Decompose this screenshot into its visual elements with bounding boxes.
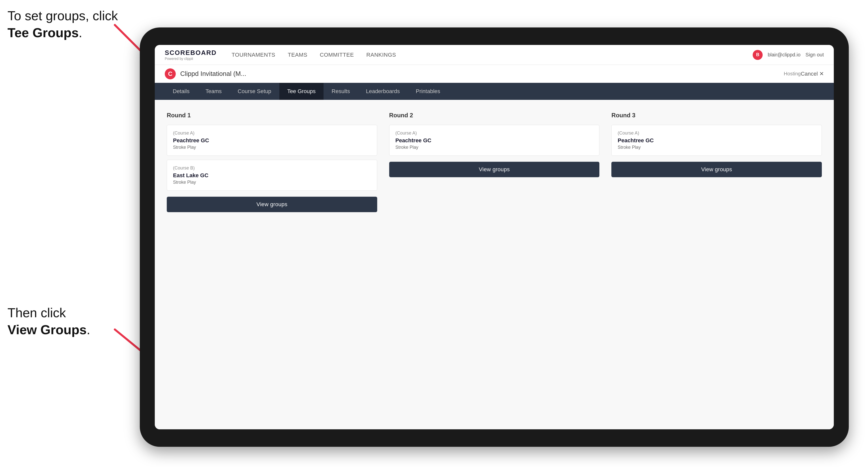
tournament-bar: C Clippd Invitational (M... Hosting Canc…	[155, 65, 834, 83]
sign-out-link[interactable]: Sign out	[806, 52, 824, 58]
round-3-course-a-card: (Course A) Peachtree GC Stroke Play	[611, 125, 822, 156]
instruction-bottom-punct: .	[87, 322, 90, 337]
round-2-course-a-name: Peachtree GC	[396, 137, 593, 144]
tablet-frame: SCOREBOARD Powered by clippit TOURNAMENT…	[140, 27, 849, 447]
tab-details[interactable]: Details	[165, 83, 197, 100]
main-content: Round 1 (Course A) Peachtree GC Stroke P…	[155, 100, 834, 429]
round-1-course-b-card: (Course B) East Lake GC Stroke Play	[167, 160, 377, 191]
instruction-top-bold: Tee Groups	[7, 26, 79, 40]
nav-rankings[interactable]: RANKINGS	[367, 52, 396, 58]
tablet-screen: SCOREBOARD Powered by clippit TOURNAMENT…	[155, 45, 834, 429]
round-1-course-a-label: (Course A)	[173, 130, 371, 136]
rounds-container: Round 1 (Course A) Peachtree GC Stroke P…	[167, 112, 822, 212]
cancel-button[interactable]: Cancel ✕	[801, 71, 824, 77]
round-3-title: Round 3	[611, 112, 822, 119]
tab-results[interactable]: Results	[323, 83, 358, 100]
round-2-view-groups-button[interactable]: View groups	[389, 162, 600, 177]
nav-teams[interactable]: TEAMS	[288, 52, 307, 58]
round-1-course-a-format: Stroke Play	[173, 145, 371, 150]
logo-sub: Powered by clippit	[165, 57, 217, 61]
top-nav: SCOREBOARD Powered by clippit TOURNAMENT…	[155, 45, 834, 65]
round-3-course-a-format: Stroke Play	[618, 145, 815, 150]
sub-nav: Details Teams Course Setup Tee Groups Re…	[155, 83, 834, 100]
round-3-view-groups-button[interactable]: View groups	[611, 162, 822, 177]
round-3-column: Round 3 (Course A) Peachtree GC Stroke P…	[611, 112, 822, 212]
instruction-top-punct: .	[79, 26, 82, 40]
round-1-course-a-card: (Course A) Peachtree GC Stroke Play	[167, 125, 377, 156]
tab-teams[interactable]: Teams	[197, 83, 230, 100]
round-3-course-a-name: Peachtree GC	[618, 137, 815, 144]
round-1-course-a-name: Peachtree GC	[173, 137, 371, 144]
instruction-top-line1: To set groups, click	[7, 8, 118, 23]
tab-leaderboards[interactable]: Leaderboards	[358, 83, 408, 100]
user-email: blair@clippd.io	[768, 52, 800, 58]
tab-printables[interactable]: Printables	[408, 83, 448, 100]
tournament-status: Hosting	[784, 71, 801, 76]
logo-text: SCOREBOARD	[165, 49, 217, 57]
round-1-course-b-name: East Lake GC	[173, 172, 371, 179]
round-1-column: Round 1 (Course A) Peachtree GC Stroke P…	[167, 112, 377, 212]
user-avatar: B	[753, 50, 763, 60]
round-1-view-groups-button[interactable]: View groups	[167, 197, 377, 212]
tournament-logo: C	[165, 68, 176, 80]
instruction-top: To set groups, click Tee Groups.	[7, 7, 118, 41]
tab-tee-groups[interactable]: Tee Groups	[279, 83, 324, 100]
round-3-course-a-label: (Course A)	[618, 130, 815, 136]
nav-tournaments[interactable]: TOURNAMENTS	[232, 52, 275, 58]
instruction-bottom-line1: Then click	[7, 306, 66, 320]
instruction-bottom: Then click View Groups.	[7, 305, 90, 338]
round-2-course-a-card: (Course A) Peachtree GC Stroke Play	[389, 125, 600, 156]
nav-right: B blair@clippd.io Sign out	[753, 50, 824, 60]
tournament-title: Clippd Invitational (M...	[180, 70, 781, 77]
tab-course-setup[interactable]: Course Setup	[230, 83, 279, 100]
nav-committee[interactable]: COMMITTEE	[320, 52, 354, 58]
nav-links: TOURNAMENTS TEAMS COMMITTEE RANKINGS	[232, 52, 753, 58]
round-2-title: Round 2	[389, 112, 600, 119]
round-1-course-b-label: (Course B)	[173, 165, 371, 171]
round-2-course-a-label: (Course A)	[396, 130, 593, 136]
round-2-course-a-format: Stroke Play	[396, 145, 593, 150]
logo-area: SCOREBOARD Powered by clippit	[165, 49, 217, 61]
round-2-column: Round 2 (Course A) Peachtree GC Stroke P…	[389, 112, 600, 212]
round-1-title: Round 1	[167, 112, 377, 119]
instruction-bottom-bold: View Groups	[7, 322, 87, 337]
round-1-course-b-format: Stroke Play	[173, 180, 371, 185]
